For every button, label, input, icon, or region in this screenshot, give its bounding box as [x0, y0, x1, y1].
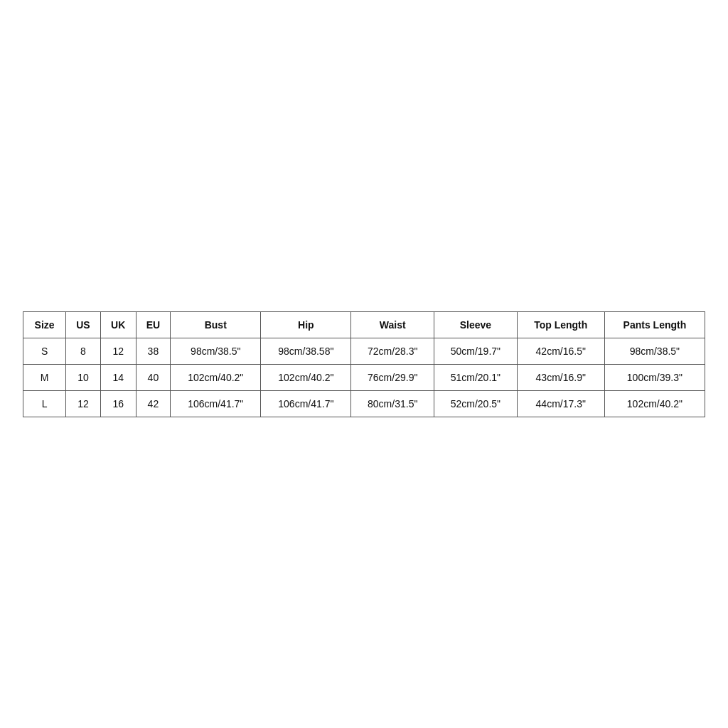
table-row: S8123898cm/38.5"98cm/38.58"72cm/28.3"50c…	[23, 338, 705, 364]
size-chart-container: Size US UK EU Bust Hip Waist Sleeve Top …	[23, 311, 705, 417]
header-size: Size	[23, 311, 66, 338]
cell-sleeve: 52cm/20.5"	[434, 390, 518, 417]
cell-us: 10	[66, 364, 101, 390]
cell-uk: 16	[100, 390, 136, 417]
cell-hip: 102cm/40.2"	[261, 364, 351, 390]
cell-waist: 80cm/31.5"	[351, 390, 434, 417]
table-row: M101440102cm/40.2"102cm/40.2"76cm/29.9"5…	[23, 364, 705, 390]
cell-size: S	[23, 338, 66, 364]
size-chart-table: Size US UK EU Bust Hip Waist Sleeve Top …	[23, 311, 705, 417]
cell-eu: 40	[136, 364, 171, 390]
cell-uk: 14	[100, 364, 136, 390]
cell-sleeve: 51cm/20.1"	[434, 364, 518, 390]
cell-hip: 106cm/41.7"	[261, 390, 351, 417]
cell-waist: 76cm/29.9"	[351, 364, 434, 390]
header-us: US	[66, 311, 101, 338]
header-bust: Bust	[171, 311, 261, 338]
header-sleeve: Sleeve	[434, 311, 518, 338]
cell-eu: 38	[136, 338, 171, 364]
cell-top-length: 43cm/16.9"	[517, 364, 604, 390]
cell-top-length: 42cm/16.5"	[517, 338, 604, 364]
cell-bust: 98cm/38.5"	[171, 338, 261, 364]
cell-bust: 106cm/41.7"	[171, 390, 261, 417]
header-waist: Waist	[351, 311, 434, 338]
cell-size: M	[23, 364, 66, 390]
cell-bust: 102cm/40.2"	[171, 364, 261, 390]
header-hip: Hip	[261, 311, 351, 338]
cell-hip: 98cm/38.58"	[261, 338, 351, 364]
table-header-row: Size US UK EU Bust Hip Waist Sleeve Top …	[23, 311, 705, 338]
header-top-length: Top Length	[517, 311, 604, 338]
table-row: L121642106cm/41.7"106cm/41.7"80cm/31.5"5…	[23, 390, 705, 417]
cell-top-length: 44cm/17.3"	[517, 390, 604, 417]
cell-us: 8	[66, 338, 101, 364]
cell-pants-length: 100cm/39.3"	[604, 364, 705, 390]
header-pants-length: Pants Length	[604, 311, 705, 338]
header-uk: UK	[100, 311, 136, 338]
cell-pants-length: 98cm/38.5"	[604, 338, 705, 364]
cell-eu: 42	[136, 390, 171, 417]
cell-size: L	[23, 390, 66, 417]
cell-sleeve: 50cm/19.7"	[434, 338, 518, 364]
cell-pants-length: 102cm/40.2"	[604, 390, 705, 417]
cell-uk: 12	[100, 338, 136, 364]
cell-waist: 72cm/28.3"	[351, 338, 434, 364]
header-eu: EU	[136, 311, 171, 338]
cell-us: 12	[66, 390, 101, 417]
